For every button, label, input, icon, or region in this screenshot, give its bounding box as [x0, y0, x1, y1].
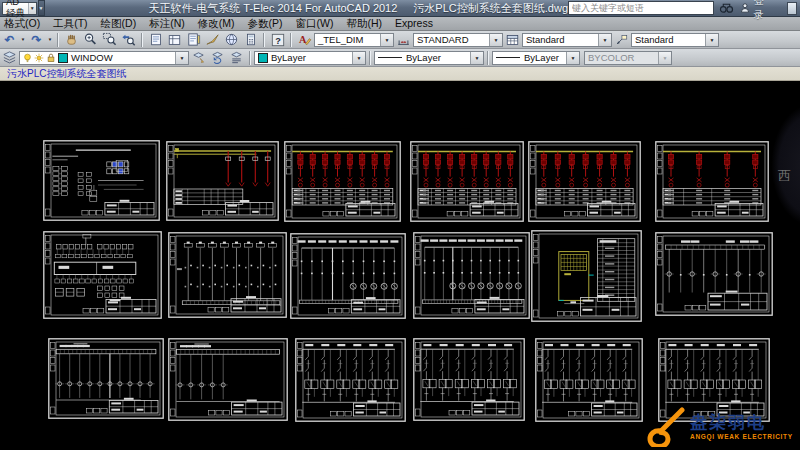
make-object-layer-current-button[interactable] [189, 50, 208, 66]
combo-arrow-icon[interactable]: ▼ [470, 52, 483, 64]
menu-express[interactable]: Express [391, 17, 442, 30]
workspace-combo[interactable]: AD 经典 ▼ [2, 2, 37, 15]
table-style-button[interactable] [503, 32, 522, 48]
redo-dropdown[interactable]: ▼ [46, 32, 54, 48]
menu-draw[interactable]: 绘图(D) [97, 17, 146, 30]
menu-window[interactable]: 窗口(W) [292, 17, 343, 30]
menu-modify[interactable]: 修改(M) [194, 17, 244, 30]
document-name: 污水PLC控制系统全套图纸.dwg [413, 2, 568, 14]
combo-arrow-icon[interactable]: ▼ [598, 34, 611, 46]
help-button[interactable]: ? [268, 32, 287, 48]
drawing-sheet-r2c1[interactable] [43, 231, 162, 319]
dim-style-combo[interactable]: STANDARD ▼ [413, 33, 503, 47]
signin-link[interactable]: 登录 [754, 0, 773, 22]
drawing-sheet-r2c3[interactable] [290, 233, 406, 319]
lineweight-combo[interactable]: ByLayer ▼ [492, 51, 580, 65]
toolbar-separator [263, 33, 265, 47]
mleader-style-combo[interactable]: Standard ▼ [631, 33, 719, 47]
toolbar-options-button[interactable]: ▼ [38, 0, 45, 16]
text-style-combo[interactable]: _TEL_DIM ▼ [314, 33, 394, 47]
designcenter-button[interactable] [165, 32, 184, 48]
toolbar-separator [369, 51, 371, 65]
linetype-combo[interactable]: ByLayer ▼ [374, 51, 484, 65]
color-value: ByLayer [271, 52, 306, 63]
zoom-window-icon [102, 32, 117, 47]
drawing-sheet-r3c4[interactable] [413, 338, 525, 421]
drawing-sheet-r1c1[interactable] [43, 140, 160, 221]
zoom-previous-button[interactable] [119, 32, 138, 48]
user-icon[interactable] [739, 2, 751, 14]
dim-style-icon [396, 33, 411, 47]
dim-style-button[interactable] [394, 32, 413, 48]
combo-arrow-icon[interactable]: ▼ [380, 34, 393, 46]
text-style-button[interactable]: A [295, 32, 314, 48]
color-combo[interactable]: ByLayer ▼ [254, 51, 366, 65]
drawing-canvas[interactable]: 西 盎柒弱电 ANGQI WEAK ELECTRICITY [0, 81, 800, 450]
properties-button[interactable] [146, 32, 165, 48]
menu-help[interactable]: 帮助(H) [342, 17, 391, 30]
workspace-dropdown-icon[interactable]: ▼ [28, 3, 36, 14]
designcenter-icon [167, 33, 182, 47]
drawing-sheet-r2c2[interactable] [168, 232, 287, 318]
table-style-combo[interactable]: Standard ▼ [522, 33, 612, 47]
drawing-sheet-r3c3[interactable] [295, 338, 406, 422]
quickcalc-button[interactable] [241, 32, 260, 48]
menu-dimension[interactable]: 标注(N) [145, 17, 194, 30]
undo-button[interactable]: ↶ [0, 32, 19, 48]
mleader-style-button[interactable] [612, 32, 631, 48]
redo-button[interactable]: ↷ [27, 32, 46, 48]
vendor-logo: 盎柒弱电 ANGQI WEAK ELECTRICITY [644, 405, 798, 449]
svg-text:?: ? [275, 35, 281, 45]
menu-format[interactable]: 格式(O) [0, 17, 49, 30]
layer-manager-button[interactable] [0, 50, 19, 66]
toolbar-separator [487, 51, 489, 65]
drawing-sheet-r3c5[interactable] [535, 338, 643, 422]
lock-icon[interactable] [46, 52, 56, 63]
menu-tools[interactable]: 工具(T) [49, 17, 96, 30]
vendor-name-en: ANGQI WEAK ELECTRICITY [690, 433, 793, 440]
combo-arrow-icon[interactable]: ▼ [566, 52, 579, 64]
zoom-realtime-button[interactable] [81, 32, 100, 48]
drawing-sheet-r3c2[interactable] [168, 338, 288, 421]
markup-button[interactable] [222, 32, 241, 48]
drawing-sheet-r2c6[interactable] [655, 232, 773, 316]
layer-combo[interactable]: WINDOW ▼ [19, 51, 189, 65]
search-binoculars-icon[interactable] [719, 2, 734, 14]
drawing-sheet-r2c5[interactable] [531, 230, 642, 322]
menu-parametric[interactable]: 参数(P) [244, 17, 292, 30]
layer-previous-button[interactable] [208, 50, 227, 66]
combo-arrow-icon[interactable]: ▼ [489, 34, 502, 46]
titlebar-partial-button[interactable] [787, 2, 797, 15]
drawing-sheet-r1c5[interactable] [528, 141, 641, 222]
layer-color-swatch[interactable] [58, 53, 68, 63]
bulb-icon[interactable] [23, 53, 32, 63]
current-color-swatch [258, 53, 268, 63]
combo-arrow-icon[interactable]: ▼ [175, 52, 188, 64]
mleader-style-icon [614, 33, 629, 47]
layers-icon [2, 50, 17, 65]
combo-arrow-icon[interactable]: ▼ [352, 52, 365, 64]
drawing-sheet-r1c4[interactable] [410, 141, 524, 222]
drawing-sheet-r1c6[interactable] [655, 141, 769, 222]
drawing-sheet-r3c1[interactable] [48, 338, 164, 419]
search-input[interactable] [568, 1, 714, 15]
drawing-sheet-r1c3[interactable] [284, 141, 401, 222]
active-file-tab[interactable]: 污水PLC控制系统全套图纸 [7, 67, 126, 81]
layer-current-icon [191, 50, 206, 65]
table-style-icon [505, 33, 520, 47]
app-title: 天正软件-电气系统 T-Elec 2014 For AutoCAD 2012 [149, 2, 398, 14]
undo-dropdown[interactable]: ▼ [19, 32, 27, 48]
titlebar: AD 经典 ▼ ▼ 天正软件-电气系统 T-Elec 2014 For Auto… [0, 0, 800, 17]
sun-icon[interactable] [34, 53, 44, 63]
redo-icon: ↷ [31, 33, 41, 47]
toolbar-standard: ↶ ▼ ↷ ▼ [0, 31, 800, 49]
combo-arrow-icon[interactable]: ▼ [705, 34, 718, 46]
zoom-window-button[interactable] [100, 32, 119, 48]
plot-style-combo: BYCOLOR ▼ [584, 51, 672, 65]
pan-button[interactable] [62, 32, 81, 48]
drawing-sheet-r1c2[interactable] [166, 141, 279, 221]
layer-states-button[interactable] [227, 50, 246, 66]
drawing-sheet-r2c4[interactable] [413, 232, 530, 319]
sheetset-button[interactable] [203, 32, 222, 48]
toolpalettes-button[interactable] [184, 32, 203, 48]
